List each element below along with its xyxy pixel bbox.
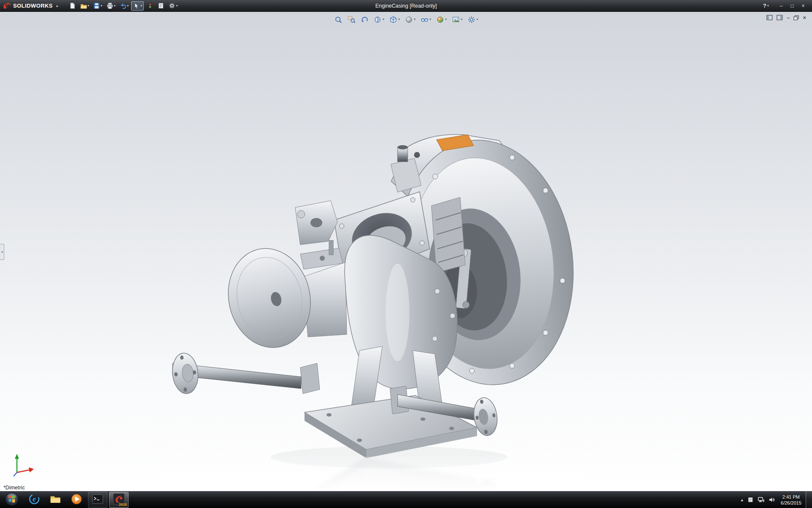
minimize-document-button[interactable]: – xyxy=(787,15,790,20)
save-button[interactable]: ▾ xyxy=(92,1,104,11)
options-gear-icon xyxy=(168,2,176,9)
close-window-button[interactable]: × xyxy=(798,3,808,9)
save-icon xyxy=(93,2,100,9)
dropdown-arrow-icon: ▾ xyxy=(101,4,102,8)
view-orientation-button[interactable]: ▾ xyxy=(387,14,401,25)
file-properties-button[interactable] xyxy=(156,1,166,11)
background-app-icon[interactable] xyxy=(748,497,753,502)
hide-show-items-icon xyxy=(420,15,428,24)
document-title: EngineCasing [Read-only] xyxy=(375,3,436,9)
view-settings-button[interactable]: ▾ xyxy=(466,14,480,25)
section-view-button[interactable]: ▾ xyxy=(372,14,385,25)
view-settings-icon xyxy=(467,15,476,24)
volume-icon[interactable] xyxy=(769,497,775,502)
view-orientation-cube-icon xyxy=(389,15,397,24)
dropdown-arrow-icon: ▾ xyxy=(414,18,415,21)
featuremanager-pane-toggle-icon[interactable] xyxy=(766,15,773,20)
solidworks-logo: SOLIDWORKS ▸ xyxy=(0,0,63,11)
taskbar-item-media-player[interactable] xyxy=(67,492,86,508)
open-icon xyxy=(80,2,87,9)
file-properties-icon xyxy=(157,2,165,9)
taskbar-item-solidworks-2015[interactable]: 2015 xyxy=(109,492,129,508)
zoom-to-area-button[interactable] xyxy=(346,14,357,25)
display-style-icon xyxy=(404,15,413,24)
titlebar-controls: ? ▾ – □ × xyxy=(763,3,812,9)
view-orientation-label: *Dimetric xyxy=(3,485,25,491)
menu-expand-icon[interactable]: ▸ xyxy=(55,4,60,8)
display-pane-toggle-icon[interactable] xyxy=(776,15,783,20)
command-prompt-icon xyxy=(91,493,104,507)
dropdown-arrow-icon: ▾ xyxy=(398,18,400,21)
document-window-controls: – × xyxy=(766,15,806,20)
dropdown-arrow-icon: ▾ xyxy=(140,4,142,8)
new-document-icon xyxy=(69,2,76,9)
print-button[interactable]: ▾ xyxy=(105,1,117,11)
dropdown-arrow-icon: ▾ xyxy=(382,18,384,21)
system-tray: ▴ xyxy=(741,497,779,502)
dropdown-arrow-icon: ▾ xyxy=(88,4,89,8)
zoom-to-fit-button[interactable] xyxy=(332,14,343,25)
left-panel-arrow-icon: ◄ xyxy=(1,251,3,253)
engine-casing-model[interactable] xyxy=(161,113,584,491)
previous-view-button[interactable] xyxy=(359,14,370,25)
taskbar-item-command-prompt[interactable] xyxy=(88,492,107,508)
hide-show-items-button[interactable]: ▾ xyxy=(419,14,432,25)
heads-up-view-toolbar: ▾ ▾ ▾ ▾ xyxy=(332,14,479,25)
dropdown-arrow-icon: ▾ xyxy=(461,18,463,21)
maximize-window-button[interactable]: □ xyxy=(787,3,797,9)
main-toolbar: ▾ ▾ ▾ ▾ xyxy=(68,1,179,11)
print-icon xyxy=(106,2,113,9)
help-dropdown-icon[interactable]: ▾ xyxy=(767,4,769,8)
model-geometry xyxy=(170,130,584,458)
taskbar: e xyxy=(0,491,812,508)
zoom-to-fit-icon xyxy=(334,15,342,24)
previous-view-icon xyxy=(360,15,368,24)
network-icon[interactable] xyxy=(758,497,764,502)
solidworks-window: SOLIDWORKS ▸ ▾ ▾ xyxy=(0,0,812,508)
close-document-button[interactable]: × xyxy=(803,15,806,20)
dropdown-arrow-icon: ▾ xyxy=(445,18,447,21)
select-cursor-icon xyxy=(133,2,140,9)
new-document-button[interactable] xyxy=(68,1,77,11)
edit-appearance-icon xyxy=(436,15,444,24)
undo-icon xyxy=(119,2,126,9)
task-pane-collapsed-tab[interactable]: ◄ xyxy=(0,244,4,260)
titlebar: SOLIDWORKS ▸ ▾ ▾ xyxy=(0,0,812,12)
graphics-viewport[interactable]: ▾ ▾ ▾ ▾ xyxy=(0,12,812,491)
select-button[interactable]: ▾ xyxy=(131,1,144,11)
show-hidden-icons-button[interactable]: ▴ xyxy=(741,497,743,502)
apply-scene-icon xyxy=(452,15,460,24)
dropdown-arrow-icon: ▾ xyxy=(127,4,129,8)
internet-explorer-icon: e xyxy=(28,493,41,507)
taskbar-clock[interactable]: 2:41 PM 6/26/2015 xyxy=(779,494,806,506)
options-button[interactable]: ▾ xyxy=(167,1,179,11)
dropdown-arrow-icon: ▾ xyxy=(114,4,115,8)
start-button[interactable] xyxy=(1,492,23,508)
dropdown-arrow-icon: ▾ xyxy=(429,18,431,21)
taskbar-item-windows-explorer[interactable] xyxy=(46,492,65,508)
folder-icon xyxy=(49,493,62,507)
solidworks-logo-icon xyxy=(3,2,11,10)
edit-appearance-button[interactable]: ▾ xyxy=(435,14,448,25)
svg-text:e: e xyxy=(33,495,36,503)
windows-orb-icon xyxy=(5,492,19,508)
display-style-button[interactable]: ▾ xyxy=(403,14,417,25)
clock-date: 6/26/2015 xyxy=(781,500,801,506)
taskbar-item-internet-explorer[interactable]: e xyxy=(25,492,44,508)
rebuild-icon xyxy=(146,2,154,9)
zoom-to-area-icon xyxy=(347,15,355,24)
show-desktop-button[interactable] xyxy=(806,491,812,508)
minimize-window-button[interactable]: – xyxy=(776,3,786,9)
section-view-icon xyxy=(373,15,381,24)
open-button[interactable]: ▾ xyxy=(79,1,91,11)
undo-button[interactable]: ▾ xyxy=(118,1,130,11)
rebuild-button[interactable] xyxy=(145,1,155,11)
help-button[interactable]: ? xyxy=(763,3,766,9)
orientation-triad-icon xyxy=(11,451,36,478)
solidworks-version-badge: 2015 xyxy=(119,502,127,507)
apply-scene-button[interactable]: ▾ xyxy=(450,14,464,25)
restore-document-button[interactable] xyxy=(793,15,799,20)
clock-time: 2:41 PM xyxy=(781,494,801,500)
brand-text: SOLIDWORKS xyxy=(13,3,53,9)
reflection-fade xyxy=(161,456,584,491)
